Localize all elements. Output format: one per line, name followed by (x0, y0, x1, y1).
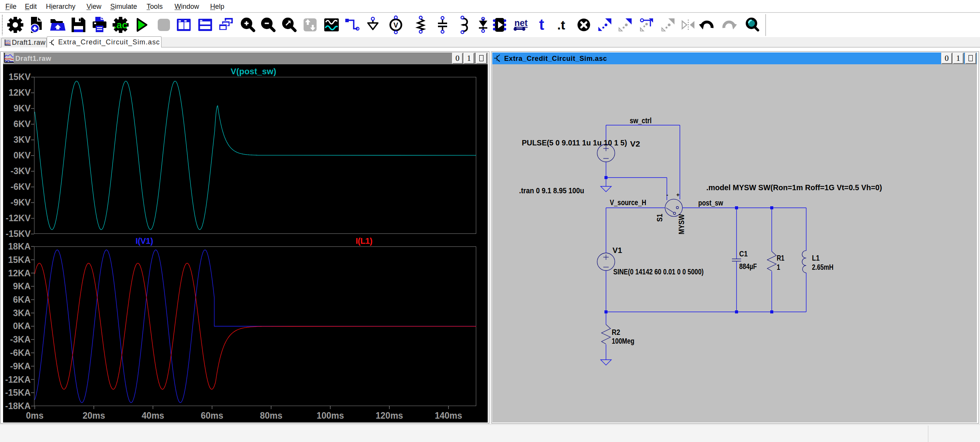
svg-text:L1: L1 (812, 254, 820, 262)
svg-text:1: 1 (777, 263, 780, 271)
svg-text:9KV: 9KV (13, 103, 31, 113)
svg-text:V2: V2 (630, 140, 640, 148)
svg-text:20ms: 20ms (83, 411, 105, 421)
svg-text:V_source_H: V_source_H (610, 198, 646, 207)
svg-text:80ms: 80ms (260, 411, 283, 421)
svg-text:sw_ctrl: sw_ctrl (630, 116, 652, 125)
svg-text:140ms: 140ms (435, 411, 462, 421)
svg-text:post_sw: post_sw (698, 199, 723, 207)
svg-text:.tran 0 9.1 8.95 100u: .tran 0 9.1 8.95 100u (519, 186, 584, 195)
svg-text:-3KV: -3KV (11, 166, 31, 176)
svg-text:100Meg: 100Meg (612, 337, 634, 345)
svg-text:-: - (666, 191, 668, 198)
svg-text:15KV: 15KV (8, 72, 31, 82)
svg-text:.ac: .ac (114, 19, 127, 31)
svg-text:6KA: 6KA (13, 295, 31, 305)
svg-text:9KA: 9KA (13, 281, 31, 291)
svg-text:V: V (394, 21, 398, 29)
svg-text:+: + (676, 191, 680, 198)
svg-text:-12KA: -12KA (5, 375, 31, 385)
svg-text:884µF: 884µF (739, 262, 757, 271)
svg-text:3KA: 3KA (13, 308, 31, 318)
svg-text:V1: V1 (612, 246, 622, 254)
svg-text:6KV: 6KV (13, 119, 31, 129)
svg-text:12KV: 12KV (8, 88, 31, 98)
svg-text:3KV: 3KV (13, 135, 31, 145)
svg-text:PULSE(5 0 9.011 1u 1u 10 1 5): PULSE(5 0 9.011 1u 1u 10 1 5) (522, 139, 627, 147)
svg-text:2.65mH: 2.65mH (812, 263, 833, 271)
svg-text:t: t (539, 16, 544, 33)
svg-text:-6KA: -6KA (10, 348, 31, 358)
svg-text:net: net (514, 18, 528, 28)
svg-text:0KA: 0KA (13, 321, 31, 331)
svg-text:0ms: 0ms (26, 411, 44, 421)
svg-text:-12KV: -12KV (6, 213, 31, 223)
svg-text:V(post_sw): V(post_sw) (231, 67, 276, 76)
svg-text:60ms: 60ms (201, 411, 223, 421)
svg-text:120ms: 120ms (376, 411, 403, 421)
svg-text:12KA: 12KA (8, 268, 31, 278)
svg-text:SINE(0 14142 60 0.01 0 0 5000): SINE(0 14142 60 0.01 0 0 5000) (613, 267, 704, 276)
svg-text:-18KA: -18KA (5, 401, 31, 411)
svg-text:-15KA: -15KA (5, 388, 31, 398)
svg-text:40ms: 40ms (142, 411, 164, 421)
svg-text:.model MYSW SW(Ron=1m Roff=1G: .model MYSW SW(Ron=1m Roff=1G Vt=0.5 Vh=… (706, 183, 882, 192)
svg-text:S1: S1 (655, 214, 664, 222)
svg-text:I(V1): I(V1) (136, 236, 153, 246)
svg-text:I(L1): I(L1) (356, 236, 372, 246)
svg-text:18KA: 18KA (8, 241, 31, 251)
svg-text:0KV: 0KV (13, 150, 31, 160)
svg-text:MYSW: MYSW (677, 214, 686, 234)
svg-text:R2: R2 (612, 328, 620, 336)
svg-text:-15KV: -15KV (6, 229, 31, 239)
svg-text:-9KA: -9KA (10, 361, 31, 371)
svg-text:C1: C1 (739, 250, 748, 258)
svg-text:-6KV: -6KV (11, 182, 31, 192)
svg-text:R1: R1 (777, 254, 784, 262)
svg-text:-9KV: -9KV (11, 197, 31, 207)
svg-text:.t: .t (557, 18, 565, 32)
svg-text:-3KA: -3KA (10, 334, 31, 344)
svg-text:15KA: 15KA (8, 255, 31, 265)
svg-text:100ms: 100ms (317, 411, 344, 421)
